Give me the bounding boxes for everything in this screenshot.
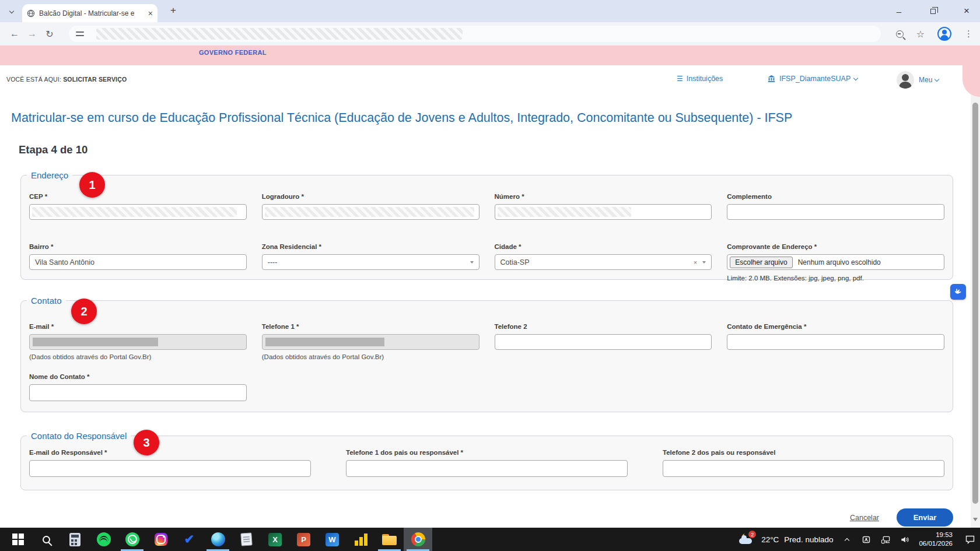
telefone1-responsavel-input[interactable] bbox=[346, 460, 628, 477]
address-bar[interactable] bbox=[69, 26, 881, 42]
taskbar-word[interactable]: W bbox=[318, 528, 346, 551]
reload-button[interactable]: ↻ bbox=[41, 29, 58, 40]
weather-widget[interactable]: 2 22°C Pred. nublado bbox=[738, 532, 833, 547]
chevron-down-icon bbox=[853, 75, 858, 80]
cidade-label: Cidade * bbox=[495, 243, 712, 250]
choose-file-button[interactable]: Escolher arquivo bbox=[730, 257, 792, 268]
taskbar-file-explorer[interactable] bbox=[375, 528, 404, 551]
numero-input[interactable] bbox=[495, 204, 712, 220]
window-close-button[interactable]: × bbox=[961, 6, 972, 16]
browser-tab-strip: Balcão Digital - Matricular-se e × + – × bbox=[0, 0, 980, 22]
list-icon: ☰ bbox=[677, 75, 683, 83]
emergencia-input[interactable] bbox=[727, 334, 944, 350]
cancel-link[interactable]: Cancelar bbox=[850, 514, 879, 522]
profile-avatar-icon[interactable] bbox=[937, 27, 951, 41]
tray-app-icon[interactable] bbox=[861, 534, 872, 545]
taskbar-edge[interactable] bbox=[204, 528, 232, 551]
excel-icon: X bbox=[268, 533, 282, 546]
form-actions: Cancelar Enviar bbox=[20, 508, 953, 527]
nav-instituicoes[interactable]: ☰ Instituições bbox=[677, 75, 723, 83]
user-menu[interactable]: Meu bbox=[897, 71, 939, 89]
window-controls: – × bbox=[894, 0, 980, 22]
step-badge-1: 1 bbox=[79, 172, 105, 198]
window-minimize-button[interactable]: – bbox=[894, 6, 904, 16]
browser-menu-icon[interactable]: ⋮ bbox=[964, 29, 973, 39]
redacted-value bbox=[498, 207, 632, 217]
section-contato: Contato 2 E-mail * (Dados obtidos atravé… bbox=[20, 296, 953, 412]
logradouro-input[interactable] bbox=[262, 204, 480, 220]
instituicoes-label: Instituições bbox=[687, 75, 723, 83]
breadcrumb-prefix: VOCÊ ESTÁ AQUI: bbox=[6, 76, 61, 83]
nome-contato-label: Nome do Contato * bbox=[29, 373, 247, 380]
comprovante-label: Comprovante de Endereço * bbox=[727, 243, 944, 250]
section-endereco: Endereço 1 CEP * Logradouro * Número * C… bbox=[20, 170, 953, 280]
tray-expand-chevron[interactable] bbox=[842, 534, 852, 545]
telefone1-input bbox=[262, 334, 480, 350]
zona-select[interactable]: ---- bbox=[262, 254, 480, 270]
window-restore-button[interactable] bbox=[928, 6, 938, 16]
nav-institution-switcher[interactable]: IFSP_DiamanteSUAP bbox=[767, 75, 858, 83]
weather-icon: 2 bbox=[738, 532, 756, 547]
cloud-icon bbox=[739, 538, 752, 544]
new-tab-button[interactable]: + bbox=[170, 5, 176, 16]
bookmark-star-icon[interactable]: ☆ bbox=[916, 29, 925, 40]
taskbar-instagram[interactable] bbox=[146, 528, 175, 551]
chevron-down-icon bbox=[935, 76, 939, 81]
forward-button[interactable]: → bbox=[23, 29, 41, 39]
clear-selection-icon[interactable]: × bbox=[694, 259, 702, 266]
step-indicator: Etapa 4 de 10 bbox=[19, 143, 88, 156]
taskbar-spotify[interactable] bbox=[89, 528, 118, 551]
network-icon[interactable] bbox=[880, 534, 891, 545]
cep-input[interactable] bbox=[29, 204, 247, 220]
bairro-input[interactable]: Vila Santo Antônio bbox=[29, 254, 247, 270]
site-settings-icon[interactable] bbox=[76, 30, 84, 37]
weather-temp: 22°C bbox=[761, 535, 779, 544]
back-button[interactable]: ← bbox=[6, 29, 23, 39]
breadcrumb: VOCÊ ESTÁ AQUI: SOLICITAR SERVIÇO bbox=[6, 76, 127, 83]
weather-badge: 2 bbox=[748, 531, 756, 538]
cidade-select[interactable]: Cotia-SP × bbox=[495, 254, 712, 270]
telefone2-responsavel-label: Telefone 2 dos pais ou responsável bbox=[663, 449, 944, 456]
comprovante-file-input[interactable]: Escolher arquivo Nenhum arquivo escolhid… bbox=[727, 254, 944, 270]
powerbi-icon bbox=[355, 533, 368, 546]
nome-contato-input[interactable] bbox=[29, 384, 247, 401]
telefone2-responsavel-input[interactable] bbox=[663, 460, 944, 477]
taskbar-whatsapp[interactable] bbox=[118, 528, 146, 551]
redacted-value bbox=[33, 338, 158, 346]
email-responsavel-input[interactable] bbox=[29, 460, 311, 477]
bank-icon bbox=[767, 75, 776, 83]
tab-search-button[interactable] bbox=[6, 6, 18, 17]
notification-chat-icon[interactable] bbox=[965, 534, 975, 545]
taskbar-clock[interactable]: 19:53 06/01/2026 bbox=[919, 531, 953, 548]
instagram-icon bbox=[155, 533, 167, 546]
taskbar-todo[interactable]: ✔ bbox=[175, 528, 204, 551]
folder-icon bbox=[382, 534, 397, 545]
gov-banner-label: GOVERNO FEDERAL bbox=[199, 49, 267, 56]
taskbar-powerbi[interactable] bbox=[346, 528, 375, 551]
submit-button[interactable]: Enviar bbox=[897, 508, 953, 527]
hands-icon bbox=[953, 287, 963, 297]
telefone1-label: Telefone 1 * bbox=[262, 323, 480, 330]
scrollbar-down-arrow[interactable] bbox=[973, 518, 978, 521]
section-responsavel-legend: Contato do Responsável bbox=[27, 431, 131, 441]
scrollbar-thumb[interactable] bbox=[972, 103, 978, 504]
tab-close-icon[interactable]: × bbox=[148, 9, 153, 17]
zoom-icon[interactable] bbox=[896, 30, 904, 38]
volume-icon[interactable] bbox=[900, 534, 910, 545]
screen: Balcão Digital - Matricular-se e × + – ×… bbox=[0, 0, 980, 551]
user-avatar bbox=[897, 71, 914, 89]
taskbar-notepad[interactable] bbox=[232, 528, 261, 551]
notepad-icon bbox=[240, 532, 252, 546]
user-menu-label: Meu bbox=[919, 76, 932, 84]
telefone2-input[interactable] bbox=[495, 334, 712, 350]
complemento-input[interactable] bbox=[727, 204, 944, 220]
browser-tab[interactable]: Balcão Digital - Matricular-se e × bbox=[22, 4, 158, 22]
start-button[interactable] bbox=[4, 528, 32, 551]
taskbar-chrome-active[interactable] bbox=[404, 528, 432, 551]
taskbar-calculator[interactable] bbox=[61, 528, 89, 551]
taskbar-excel[interactable]: X bbox=[261, 528, 289, 551]
taskbar-powerpoint[interactable]: P bbox=[289, 528, 318, 551]
taskbar-search-button[interactable] bbox=[32, 528, 61, 551]
banner-corner bbox=[963, 45, 980, 97]
vlibras-accessibility-button[interactable] bbox=[950, 284, 966, 300]
